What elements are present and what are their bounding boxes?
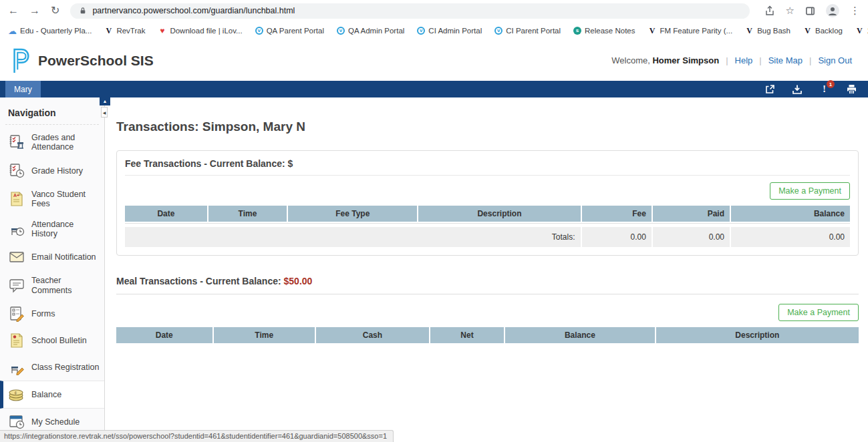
vanco-icon: v	[417, 27, 425, 35]
fee-section-heading: Fee Transactions - Current Balance: $	[125, 158, 850, 176]
url-text: partnervanco.powerschool.com/guardian/lu…	[92, 6, 295, 15]
external-link-icon[interactable]	[764, 83, 775, 95]
heart-icon: ♥	[158, 27, 166, 35]
main-panel: Transactions: Simpson, Mary N Fee Transa…	[105, 97, 868, 442]
side-panel-icon[interactable]	[805, 6, 815, 16]
bookmark-label: QA Parent Portal	[267, 27, 324, 35]
student-tab-mary[interactable]: Mary	[5, 81, 41, 97]
column-header-date: Date	[125, 206, 208, 222]
collapse-left-arrow[interactable]: ◀	[101, 107, 108, 118]
v-icon: V	[745, 27, 754, 35]
alerts-icon[interactable]: ! 1	[819, 83, 830, 95]
divider	[125, 223, 850, 224]
vanco-fees-icon: A+	[8, 191, 25, 207]
cloud-icon: ☁	[8, 27, 17, 35]
bookmark-label: Bug Bash	[757, 27, 790, 35]
bookmark-item[interactable]: VBacklog	[803, 27, 843, 35]
bookmark-item[interactable]: V2023 FM Feature List	[855, 27, 868, 35]
column-header-description: Description	[656, 327, 859, 343]
email-notification-icon	[8, 249, 25, 265]
powerschool-logo	[9, 47, 32, 75]
bookmark-item[interactable]: VBug Bash	[745, 27, 790, 35]
vanco-icon: v	[337, 27, 345, 35]
alert-badge: 1	[827, 80, 835, 88]
bookmark-label: FM Feature Parity (...	[660, 27, 733, 35]
sidebar-title: Navigation	[0, 97, 104, 124]
sidebar-item-label: Balance	[31, 390, 61, 399]
sidebar-nav: Grades and AttendanceGrade HistoryA+Vanc…	[0, 128, 104, 435]
site-map-link[interactable]: Site Map	[768, 55, 803, 65]
sidebar-item-school-bulletin[interactable]: School Bulletin	[0, 327, 104, 354]
column-header-time: Time	[214, 327, 316, 343]
column-header-cash: Cash	[316, 327, 430, 343]
sign-out-link[interactable]: Sign Out	[818, 55, 852, 65]
vanco-icon: v	[255, 27, 263, 35]
meal-balance-amount: $50.00	[284, 276, 313, 286]
separator: |	[726, 55, 728, 65]
sidebar-item-label: Grades and Attendance	[31, 133, 100, 152]
sidebar-item-email-notification[interactable]: Email Notification	[0, 244, 104, 270]
separator: |	[809, 55, 811, 65]
bookmark-item[interactable]: vCI Parent Portal	[494, 27, 561, 35]
bookmark-label: Release Notes	[585, 27, 635, 35]
column-header-fee-type: Fee Type	[288, 206, 418, 222]
fee-total-fee: 0.00	[582, 227, 653, 247]
bookmark-item[interactable]: VFM Feature Parity (...	[648, 27, 733, 35]
bookmark-item[interactable]: vQA Admin Portal	[337, 27, 404, 35]
bookmark-item[interactable]: VRevTrak	[104, 27, 145, 35]
address-bar[interactable]: partnervanco.powerschool.com/guardian/lu…	[70, 3, 749, 19]
sidebar-item-teacher-comments[interactable]: Teacher Comments	[0, 270, 104, 300]
bookmarks-list: ☁Edu - Quarterly Pla...VRevTrak♥Download…	[8, 27, 868, 35]
fee-total-balance: 0.00	[731, 227, 850, 247]
back-icon[interactable]: ←	[8, 5, 19, 16]
sidebar-item-forms[interactable]: Forms	[0, 300, 104, 327]
sidebar-item-grade-history[interactable]: Grade History	[0, 158, 104, 184]
bookmark-label: CI Parent Portal	[506, 27, 561, 35]
bookmark-label: CI Admin Portal	[428, 27, 482, 35]
bookmark-label: Edu - Quarterly Pla...	[20, 27, 92, 35]
v-icon: V	[648, 27, 657, 35]
svg-text:¢: ¢	[15, 391, 17, 395]
fee-total-paid: 0.00	[653, 227, 731, 247]
bookmarks-bar: ☁Edu - Quarterly Pla...VRevTrak♥Download…	[0, 21, 868, 40]
sidebar-item-grades-attendance[interactable]: Grades and Attendance	[0, 128, 104, 158]
download-icon[interactable]	[791, 83, 803, 95]
bookmark-item[interactable]: ☁Edu - Quarterly Pla...	[8, 27, 92, 35]
bookmark-item[interactable]: sRelease Notes	[573, 27, 635, 35]
column-header-description: Description	[418, 206, 581, 222]
v-icon: V	[104, 27, 113, 35]
v-icon: V	[855, 27, 864, 35]
collapse-up-arrow[interactable]: ▲	[100, 97, 110, 105]
bookmark-star-icon[interactable]: ☆	[786, 5, 794, 17]
meal-make-payment-button[interactable]: Make a Payment	[778, 304, 859, 321]
column-header-paid: Paid	[653, 206, 731, 222]
vanco-icon: v	[494, 27, 502, 35]
divider	[116, 294, 859, 294]
sidebar-item-attendance-history[interactable]: Attendance History	[0, 214, 104, 244]
bookmark-label: QA Admin Portal	[348, 27, 404, 35]
bookmark-item[interactable]: ♥Download file | iLov...	[158, 27, 242, 35]
print-icon[interactable]	[846, 83, 857, 95]
browser-menu-icon[interactable]: ⋮	[850, 5, 860, 17]
attendance-history-icon	[8, 221, 25, 237]
sidebar-item-class-registration[interactable]: Class Registration	[0, 354, 104, 381]
sidebar-item-balance[interactable]: ¢Balance	[0, 381, 104, 409]
profile-avatar[interactable]	[826, 4, 839, 17]
teacher-comments-icon	[8, 278, 25, 294]
column-header-date: Date	[116, 327, 214, 343]
fee-table-head: DateTimeFee TypeDescriptionFeePaidBalanc…	[125, 206, 850, 222]
fee-totals-row: Totals: 0.00 0.00 0.00	[125, 227, 850, 247]
content-area: Navigation Grades and AttendanceGrade Hi…	[0, 97, 868, 442]
column-header-balance: Balance	[731, 206, 850, 222]
bookmark-item[interactable]: vCI Admin Portal	[417, 27, 482, 35]
sidebar-item-label: Email Notification	[31, 252, 96, 262]
lock-icon	[80, 7, 86, 15]
bookmark-item[interactable]: vQA Parent Portal	[255, 27, 324, 35]
share-icon[interactable]	[764, 5, 775, 16]
column-header-time: Time	[208, 206, 288, 222]
sidebar-item-vanco-fees[interactable]: A+Vanco Student Fees	[0, 184, 104, 214]
reload-icon[interactable]: ↻	[51, 5, 59, 16]
help-link[interactable]: Help	[735, 55, 753, 65]
fee-make-payment-button[interactable]: Make a Payment	[770, 182, 850, 200]
forward-icon[interactable]: →	[29, 5, 40, 16]
